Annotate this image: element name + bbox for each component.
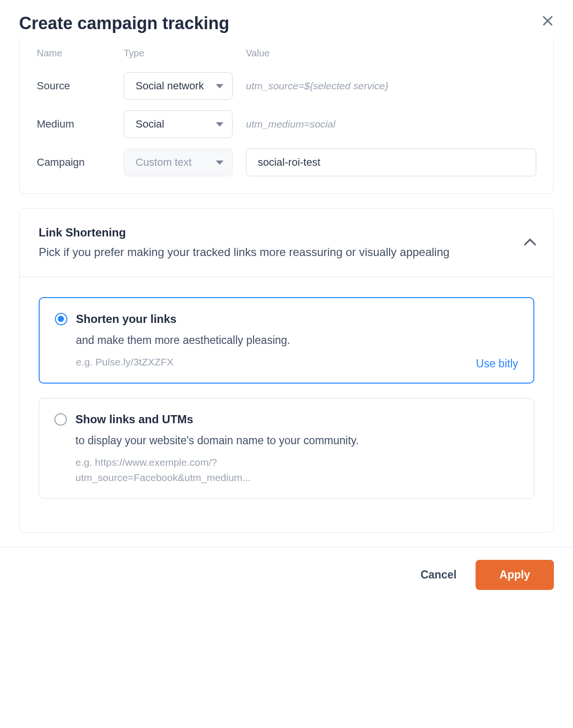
col-header-name: Name xyxy=(37,48,124,62)
shortening-options: Shorten your links and make them more ae… xyxy=(20,277,553,533)
medium-value-placeholder: utm_medium=social xyxy=(246,118,536,130)
use-bitly-link[interactable]: Use bitly xyxy=(476,357,518,370)
campaign-tracking-modal: Create campaign tracking Name Type Value… xyxy=(0,0,573,590)
shortening-subtitle: Pick if you prefer making your tracked l… xyxy=(39,244,507,260)
campaign-value-input[interactable] xyxy=(246,149,536,176)
col-header-type: Type xyxy=(124,48,246,62)
row-label-source: Source xyxy=(37,80,124,92)
source-type-value: Social network xyxy=(136,80,204,92)
row-label-campaign: Campaign xyxy=(37,156,124,169)
option-shorten-links[interactable]: Shorten your links and make them more ae… xyxy=(39,297,534,384)
campaign-type-select[interactable]: Custom text xyxy=(124,149,233,176)
option-shorten-title: Shorten your links xyxy=(76,312,177,326)
chevron-down-icon xyxy=(216,122,223,127)
option-show-title: Show links and UTMs xyxy=(75,413,193,426)
shortening-header[interactable]: Link Shortening Pick if you prefer makin… xyxy=(20,209,553,277)
col-header-value: Value xyxy=(246,48,536,62)
option-show-links[interactable]: Show links and UTMs to display your webs… xyxy=(39,398,534,499)
modal-footer: Cancel Apply xyxy=(0,547,573,590)
cancel-button[interactable]: Cancel xyxy=(421,568,456,581)
apply-button[interactable]: Apply xyxy=(476,560,554,590)
link-shortening-panel: Link Shortening Pick if you prefer makin… xyxy=(19,208,554,533)
chevron-down-icon xyxy=(216,84,223,88)
option-show-example: e.g. https://www.exemple.com/?utm_source… xyxy=(54,455,303,485)
chevron-up-icon[interactable] xyxy=(524,238,536,250)
chevron-down-icon xyxy=(216,161,223,165)
option-shorten-desc: and make them more aesthetically pleasin… xyxy=(55,332,518,348)
option-shorten-example: e.g. Pulse.ly/3tZXZFX xyxy=(55,354,518,370)
medium-type-select[interactable]: Social xyxy=(124,110,233,138)
close-icon[interactable] xyxy=(541,14,554,27)
modal-title: Create campaign tracking xyxy=(19,13,554,33)
shortening-title: Link Shortening xyxy=(39,226,507,239)
source-type-select[interactable]: Social network xyxy=(124,72,233,100)
medium-type-value: Social xyxy=(136,118,164,130)
row-label-medium: Medium xyxy=(37,118,124,130)
tracking-panel: Name Type Value Source Social network ut… xyxy=(19,38,554,194)
option-show-desc: to display your website's domain name to… xyxy=(54,433,519,448)
campaign-type-value: Custom text xyxy=(136,156,191,169)
modal-header: Create campaign tracking xyxy=(0,0,573,38)
source-value-placeholder: utm_source=${selected service} xyxy=(246,80,536,92)
radio-show[interactable] xyxy=(54,413,67,426)
radio-shorten[interactable] xyxy=(55,313,67,325)
